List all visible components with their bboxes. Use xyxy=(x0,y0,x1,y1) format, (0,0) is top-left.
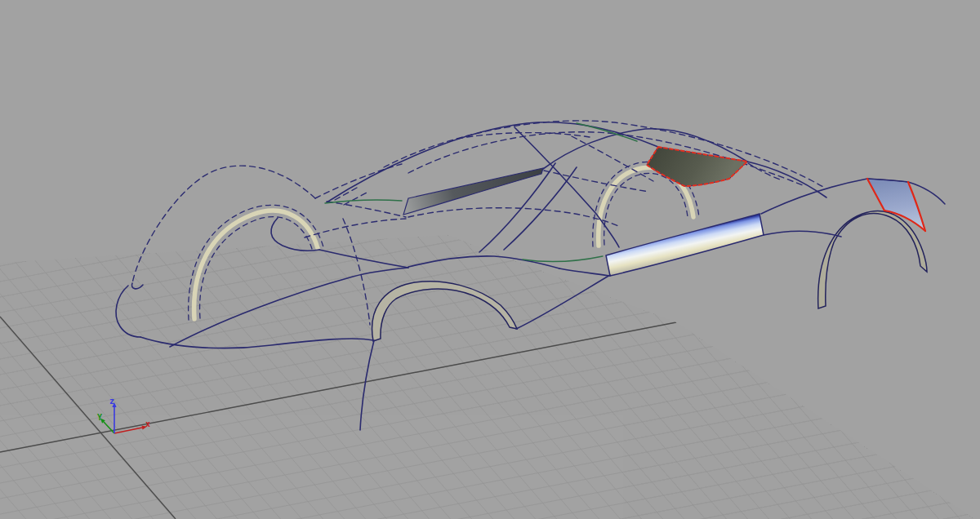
axis-label-y: Y xyxy=(97,413,102,422)
axis-label-z: z xyxy=(109,397,114,406)
scene-svg[interactable]: xYz xyxy=(0,0,980,519)
axis-label-x: x xyxy=(145,419,150,428)
viewport-background[interactable] xyxy=(0,0,980,519)
perspective-3d-viewport[interactable]: xYz xyxy=(0,0,980,519)
